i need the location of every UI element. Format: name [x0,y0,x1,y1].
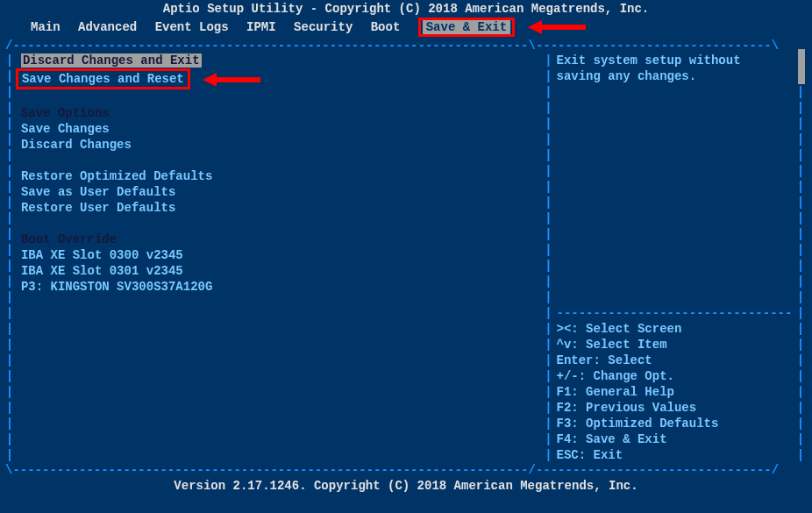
scrollbar-thumb[interactable] [798,49,805,84]
key-help-8: F4: Save & Exit [557,431,794,447]
menu-security[interactable]: Security [294,20,353,34]
opt-save-changes[interactable]: Save Changes [21,121,538,137]
frame-left-border: |||||||||||||||||||||||||| [5,53,14,463]
frame-bottom: \---------------------------------------… [5,463,805,477]
footer: Version 2.17.1246. Copyright (C) 2018 Am… [0,477,812,495]
help-text-1: Exit system setup without [557,53,794,68]
opt-discard-changes[interactable]: Discard Changes [21,137,538,153]
frame-mid-border: |||||||||||||||||||||||||| [545,53,553,463]
arrow-icon [203,71,260,87]
opt-save-user-defaults[interactable]: Save as User Defaults [21,184,538,200]
bios-frame: /---------------------------------------… [5,39,805,477]
key-help-9: ESC: Exit [557,447,794,463]
header-save-options: Save Options [21,105,538,121]
opt-boot-3[interactable]: P3: KINGSTON SV300S37A120G [21,279,538,295]
key-help-7: F3: Optimized Defaults [557,416,794,431]
arrow-icon [528,20,586,34]
key-help-4: +/-: Change Opt. [557,368,794,384]
left-pane: Discard Changes and Exit Save Changes an… [14,53,545,463]
menu-main[interactable]: Main [31,20,61,34]
frame-right-border: |||||||||||||||||||||||||| [796,53,805,463]
frame-top: /---------------------------------------… [5,39,805,53]
key-help-3: Enter: Select [557,353,794,368]
opt-boot-1[interactable]: IBA XE Slot 0300 v2345 [21,247,538,263]
key-help-5: F1: General Help [557,384,794,400]
opt-save-reset[interactable]: Save Changes and Reset [22,72,184,86]
right-pane: Exit system setup without saving any cha… [553,53,797,463]
right-divider: -------------------------------- [557,305,794,321]
header-boot-override: Boot Override [21,232,538,247]
key-help-2: ^v: Select Item [557,337,794,353]
opt-restore-user-defaults[interactable]: Restore User Defaults [21,200,538,216]
menu-boot[interactable]: Boot [371,20,401,34]
opt-discard-exit[interactable]: Discard Changes and Exit [21,53,202,68]
menu-advanced[interactable]: Advanced [78,20,137,34]
highlight-box-menu: Save & Exit [418,18,515,37]
highlight-box-save-reset: Save Changes and Reset [16,68,190,89]
help-text-2: saving any changes. [557,68,794,84]
menu-ipmi[interactable]: IPMI [246,20,276,34]
menu-event-logs[interactable]: Event Logs [155,20,229,34]
title-bar: Aptio Setup Utility - Copyright (C) 2018… [0,0,812,18]
opt-boot-2[interactable]: IBA XE Slot 0301 v2345 [21,263,538,279]
opt-restore-optimized[interactable]: Restore Optimized Defaults [21,168,538,184]
menu-bar: Main Advanced Event Logs IPMI Security B… [0,18,812,39]
key-help-1: ><: Select Screen [557,321,794,337]
menu-save-exit[interactable]: Save & Exit [423,20,510,34]
key-help-6: F2: Previous Values [557,400,794,416]
